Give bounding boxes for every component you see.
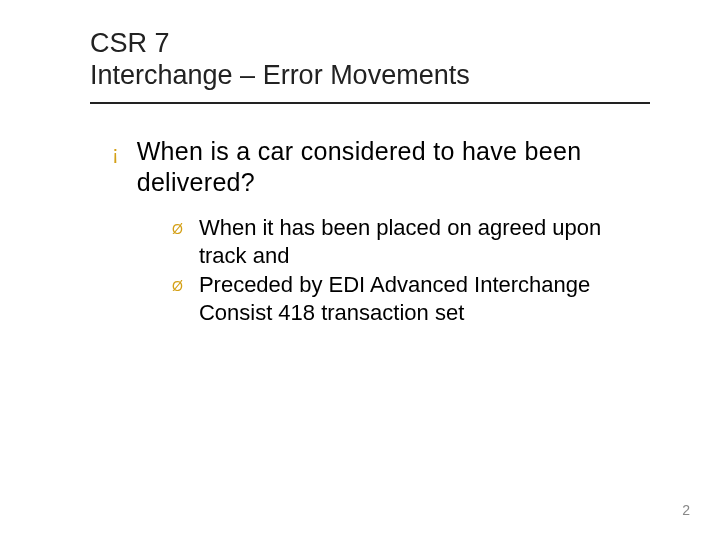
level2-list: Ø When it has been placed on agreed upon… — [172, 214, 660, 326]
list-item: Ø When it has been placed on agreed upon… — [172, 214, 630, 269]
circle-bullet-icon: ¡ — [112, 140, 119, 166]
title-underline — [90, 102, 650, 104]
page-number: 2 — [682, 502, 690, 518]
level1-text: When is a car considered to have been de… — [137, 136, 640, 199]
list-item: ¡ When is a car considered to have been … — [112, 136, 640, 199]
title-line-1: CSR 7 — [90, 28, 660, 60]
arrow-bullet-icon: Ø — [172, 221, 183, 238]
arrow-bullet-icon: Ø — [172, 278, 183, 295]
slide: CSR 7 Interchange – Error Movements ¡ Wh… — [0, 0, 720, 540]
slide-title: CSR 7 Interchange – Error Movements — [90, 28, 660, 92]
title-line-2: Interchange – Error Movements — [90, 60, 660, 92]
level2-text: Preceded by EDI Advanced Interchange Con… — [199, 271, 630, 326]
level1-bullet: ¡ When is a car considered to have been … — [112, 136, 660, 199]
level2-text: When it has been placed on agreed upon t… — [199, 214, 630, 269]
list-item: Ø Preceded by EDI Advanced Interchange C… — [172, 271, 630, 326]
